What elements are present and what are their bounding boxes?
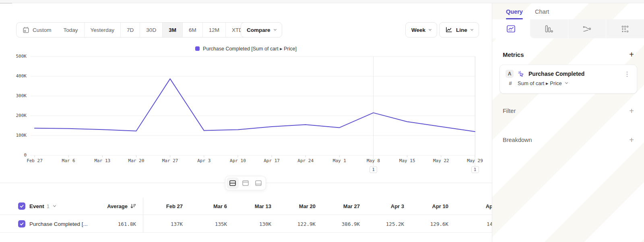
average-header: Average [107, 203, 128, 209]
date-range-custom[interactable]: Custom [17, 23, 58, 37]
date-range-today[interactable]: Today [58, 23, 84, 37]
chevron-down-icon[interactable] [53, 204, 56, 207]
layout-split-button[interactable] [227, 177, 239, 189]
event-count: 1 [47, 203, 50, 209]
y-axis-tick-label: 500K [8, 54, 27, 59]
sidebar-tabs: Query Chart [492, 3, 644, 19]
filter-title: Filter [503, 108, 516, 114]
table-cell-value: 14 [453, 221, 497, 227]
metric-options-icon[interactable]: ⋮ [623, 70, 631, 78]
row-checkbox[interactable] [18, 220, 25, 227]
window-top-strip [0, 0, 644, 3]
event-pointer-icon [518, 71, 524, 77]
check-icon [19, 221, 24, 226]
report-type-retention[interactable] [606, 19, 644, 38]
x-axis-tick-label: Apr 24 [289, 158, 322, 163]
report-type-switcher [492, 19, 644, 38]
add-breakdown-button[interactable]: + [629, 136, 634, 144]
legend-swatch [195, 46, 200, 51]
select-all-checkbox[interactable] [18, 202, 25, 210]
date-range-options: TodayYesterday7D30D3M6M12M [58, 23, 225, 37]
table-cell-value: 386.9K [320, 221, 365, 227]
legend-label: Purchase Completed [Sum of cart ▸ Price] [203, 46, 297, 52]
tab-query[interactable]: Query [506, 8, 523, 19]
check-icon [19, 204, 24, 209]
annotation-badge[interactable]: 1 [471, 166, 479, 173]
y-axis-tick-label: 0 [8, 152, 27, 158]
compare-button[interactable]: Compare [241, 22, 282, 38]
x-axis-tick-label: Apr 10 [221, 158, 255, 163]
numeric-property-icon: # [507, 80, 514, 86]
layout-table-only-button[interactable] [252, 177, 264, 189]
chevron-down-icon [429, 27, 431, 30]
table-date-header: Mar 6 [188, 203, 232, 209]
table-row[interactable]: Purchase Completed [... 161.8K 137K135K1… [0, 215, 492, 233]
metrics-title: Metrics [503, 51, 524, 58]
chevron-down-icon [471, 27, 473, 30]
date-range-7d[interactable]: 7D [120, 23, 140, 37]
line-chart-icon [445, 27, 452, 33]
date-range-yesterday[interactable]: Yesterday [84, 23, 121, 37]
y-axis-tick-label: 300K [8, 93, 27, 98]
compare-label: Compare [247, 27, 270, 33]
retention-dots-icon [621, 25, 629, 33]
x-axis-tick-label: Apr 17 [255, 158, 289, 163]
table-cell-value: 125.2K [365, 221, 409, 227]
table-date-header: Apr 3 [365, 203, 409, 209]
x-axis-tick-label: May 22 [424, 158, 458, 163]
report-panel: Custom TodayYesterday7D30D3M6M12M XTD Co… [0, 4, 492, 242]
date-range-30d[interactable]: 30D [140, 23, 162, 37]
funnel-bars-icon [545, 25, 553, 33]
top-panel-icon [242, 180, 249, 186]
date-range-6m[interactable]: 6M [182, 23, 202, 37]
x-axis-tick-label: May 8 [357, 158, 390, 163]
x-axis-tick-label: May 15 [390, 158, 424, 163]
chart-type-button[interactable]: Line [439, 22, 479, 38]
granularity-label: Week [411, 27, 425, 33]
table-row-values: 137K135K130K122.9K386.9K125.2K129.6K14 [136, 221, 497, 227]
layout-chart-only-button[interactable] [239, 177, 252, 189]
event-header: Event [29, 203, 44, 209]
date-range-picker: Custom TodayYesterday7D30D3M6M12M XTD [16, 22, 254, 38]
metric-series-badge: A [506, 70, 514, 78]
filter-section-header: Filter + [492, 105, 644, 117]
bottom-panel-icon [255, 180, 262, 186]
metric-event-name: Purchase Completed [528, 71, 619, 77]
metric-card[interactable]: A Purchase Completed ⋮ # Sum of cart ▸ P… [500, 65, 637, 94]
table-date-header: Feb 27 [143, 203, 188, 209]
breakdown-title: Breakdown [503, 137, 532, 143]
x-axis-tick-label: Mar 13 [85, 158, 119, 163]
date-range-12m[interactable]: 12M [202, 23, 225, 37]
report-type-funnels[interactable] [530, 19, 568, 38]
chevron-down-icon [273, 27, 276, 30]
y-axis-tick-label: 200K [8, 113, 27, 118]
sort-descending-icon[interactable] [130, 203, 136, 209]
report-type-insights[interactable] [492, 19, 530, 38]
x-axis-tick-label: May 29 [458, 158, 492, 163]
row-average-value: 161.8K [118, 221, 136, 227]
chart-legend: Purchase Completed [Sum of cart ▸ Price] [0, 46, 492, 52]
report-type-flows[interactable] [568, 19, 606, 38]
metrics-section-header: Metrics + [492, 48, 644, 60]
date-range-custom-label: Custom [33, 27, 52, 33]
row-event-name: Purchase Completed [... [29, 221, 88, 227]
table-cell-value: 135K [188, 221, 232, 227]
chart-type-label: Line [456, 27, 467, 33]
granularity-button[interactable]: Week [405, 22, 437, 38]
table-header-row: Event 1 Average Feb 27Mar 6Mar 13Mar 20M… [0, 198, 492, 215]
x-axis-tick-label: Mar 20 [119, 158, 153, 163]
y-axis-tick-label: 400K [8, 73, 27, 79]
date-range-3m[interactable]: 3M [162, 23, 182, 37]
tab-chart[interactable]: Chart [535, 8, 549, 19]
breakdown-section-header: Breakdown + [492, 134, 644, 146]
y-axis-tick-label: 100K [8, 133, 27, 138]
add-metric-button[interactable]: + [629, 50, 634, 58]
table-date-header: Apr 10 [409, 203, 453, 209]
calendar-icon [23, 27, 29, 33]
add-filter-button[interactable]: + [629, 107, 634, 115]
x-axis-tick-label: Feb 27 [18, 158, 52, 163]
metric-aggregation[interactable]: # Sum of cart ▸ Price [500, 79, 637, 86]
insights-icon [506, 25, 516, 33]
chevron-down-icon [565, 81, 568, 84]
annotation-badge[interactable]: 1 [369, 166, 377, 173]
